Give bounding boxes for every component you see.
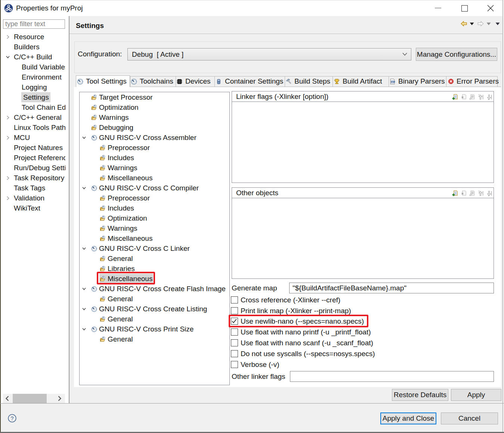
svg-text:?: ? [10, 415, 13, 421]
